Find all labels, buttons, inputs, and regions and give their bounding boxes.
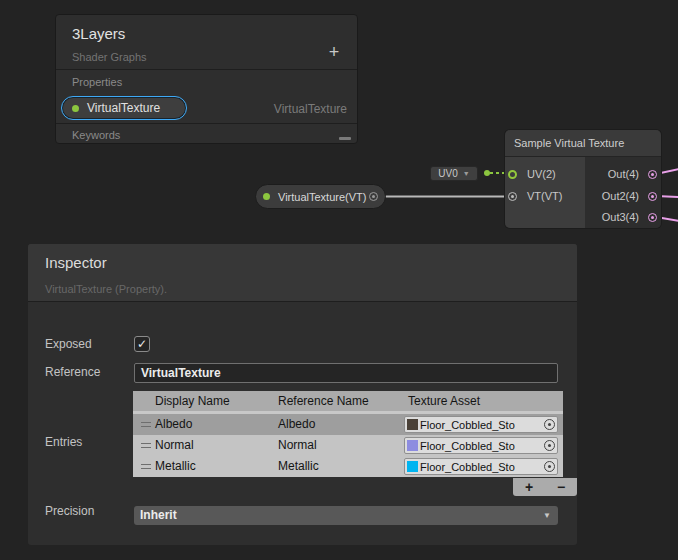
chevron-down-icon: ▼	[543, 506, 551, 525]
out3-port[interactable]	[648, 213, 657, 222]
table-row-albedo[interactable]: Albedo Albedo Floor_Cobbled_Sto	[133, 414, 563, 435]
table-row-normal[interactable]: Normal Normal Floor_Cobbled_Sto	[133, 435, 563, 456]
inspector-title: Inspector	[45, 254, 107, 271]
texture-asset-field[interactable]: Floor_Cobbled_Sto	[404, 416, 558, 433]
texture-asset-name: Floor_Cobbled_Sto	[420, 461, 542, 473]
reference-name-cell[interactable]: Normal	[278, 435, 317, 456]
out1-label: Out(4)	[608, 168, 639, 181]
out1-port[interactable]	[648, 170, 657, 179]
object-picker-icon[interactable]	[544, 461, 555, 472]
precision-value: Inherit	[140, 508, 177, 522]
divider	[56, 123, 357, 124]
precision-label: Precision	[45, 504, 94, 518]
checkmark-icon: ✓	[137, 337, 147, 351]
drag-handle-icon[interactable]	[141, 443, 151, 448]
blackboard-title: 3Layers	[72, 25, 125, 42]
display-name-cell[interactable]: Metallic	[155, 456, 196, 477]
texture-swatch	[407, 440, 418, 451]
exposed-label: Exposed	[45, 337, 92, 351]
entries-table: Display Name Reference Name Texture Asse…	[133, 391, 563, 477]
property-pill-label: VirtualTexture	[87, 101, 160, 115]
vt-input-port[interactable]	[508, 192, 517, 201]
remove-entry-button[interactable]: −	[551, 479, 571, 495]
out2-label: Out2(4)	[602, 190, 639, 203]
object-picker-icon[interactable]	[544, 419, 555, 430]
add-entry-button[interactable]: +	[519, 479, 539, 495]
out2-port[interactable]	[648, 192, 657, 201]
property-node-label: VirtualTexture(VT)	[278, 191, 369, 203]
inspector-panel: Inspector VirtualTexture (Property). Exp…	[28, 244, 577, 545]
property-type-label: VirtualTexture	[274, 102, 347, 116]
uv-input-label: UV(2)	[527, 168, 556, 181]
texture-asset-field[interactable]: Floor_Cobbled_Sto	[404, 458, 558, 475]
inspector-header: Inspector VirtualTexture (Property).	[28, 244, 577, 302]
texture-swatch	[407, 461, 418, 472]
node-title: Sample Virtual Texture	[505, 130, 661, 157]
property-exposed-dot-icon	[72, 105, 79, 112]
reference-input[interactable]: VirtualTexture	[134, 363, 558, 383]
table-row-metallic[interactable]: Metallic Metallic Floor_Cobbled_Sto	[133, 456, 563, 477]
add-property-button[interactable]: +	[323, 41, 345, 63]
display-name-cell[interactable]: Albedo	[155, 414, 192, 435]
chevron-down-icon: ▼	[463, 170, 470, 177]
drag-handle-icon[interactable]	[141, 464, 151, 469]
reference-label: Reference	[45, 365, 100, 379]
object-picker-icon[interactable]	[544, 440, 555, 451]
column-reference-name: Reference Name	[278, 391, 369, 411]
texture-asset-field[interactable]: Floor_Cobbled_Sto	[404, 437, 558, 454]
entries-table-header: Display Name Reference Name Texture Asse…	[133, 391, 563, 411]
keywords-section-label[interactable]: Keywords	[72, 129, 120, 141]
virtualtexture-property-node[interactable]: VirtualTexture(VT)	[255, 184, 386, 209]
sample-virtual-texture-node[interactable]: Sample Virtual Texture UV(2) VT(VT) Out(…	[505, 130, 661, 228]
scrollbar-handle[interactable]	[339, 137, 351, 140]
property-output-port[interactable]	[369, 192, 378, 201]
display-name-cell[interactable]: Normal	[155, 435, 194, 456]
uv-input-port[interactable]	[508, 170, 517, 179]
property-pill-virtualtexture[interactable]: VirtualTexture	[61, 96, 187, 120]
out3-label: Out3(4)	[602, 211, 639, 224]
divider	[56, 69, 357, 70]
texture-swatch	[407, 419, 418, 430]
blackboard-subtitle: Shader Graphs	[72, 51, 147, 63]
entries-list-footer: + −	[513, 478, 577, 496]
column-texture-asset: Texture Asset	[408, 391, 480, 411]
uv-channel-value: UV0	[438, 168, 457, 179]
uv-default-dot	[484, 170, 490, 176]
property-exposed-dot-icon	[263, 193, 270, 200]
blackboard-panel: 3Layers Shader Graphs + Properties Virtu…	[55, 14, 358, 144]
entries-label: Entries	[45, 435, 82, 449]
texture-asset-name: Floor_Cobbled_Sto	[420, 440, 542, 452]
uv-channel-dropdown[interactable]: UV0 ▼	[430, 166, 478, 181]
drag-handle-icon[interactable]	[141, 422, 151, 427]
exposed-checkbox[interactable]: ✓	[134, 336, 150, 352]
precision-dropdown[interactable]: Inherit ▼	[134, 506, 558, 525]
texture-asset-name: Floor_Cobbled_Sto	[420, 419, 542, 431]
reference-name-cell[interactable]: Metallic	[278, 456, 319, 477]
inspector-subtitle: VirtualTexture (Property).	[45, 283, 167, 295]
reference-name-cell[interactable]: Albedo	[278, 414, 315, 435]
vt-input-label: VT(VT)	[527, 190, 562, 203]
column-display-name: Display Name	[155, 391, 230, 411]
properties-section-label[interactable]: Properties	[72, 76, 122, 88]
